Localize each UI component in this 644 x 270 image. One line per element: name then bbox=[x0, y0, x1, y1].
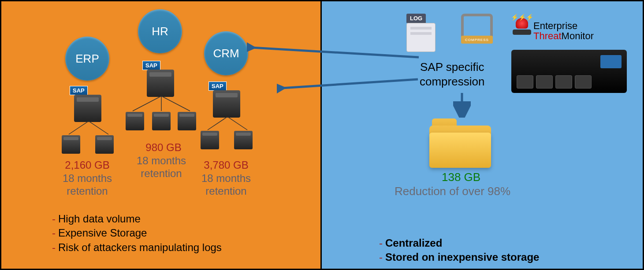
compression-text: SAP specificcompression bbox=[420, 60, 484, 89]
compress-clamp-icon: COMPRESS bbox=[458, 14, 496, 56]
result-size: 138 GB bbox=[442, 170, 480, 184]
server-small-icon bbox=[152, 112, 171, 130]
sap-badge-crm: SAP bbox=[208, 81, 227, 91]
sap-badge-hr: SAP bbox=[142, 61, 160, 70]
diagram-root: ERP SAP 2,160 GB 18 monthsretention HR S… bbox=[0, 0, 644, 270]
circle-erp-label: ERP bbox=[75, 52, 99, 66]
log-file-icon: LOG bbox=[406, 14, 438, 52]
panel-right: LOG COMPRESS ⚡⚡⚡ Enterprise ThreatMonito… bbox=[322, 0, 644, 270]
compress-label: COMPRESS bbox=[461, 36, 493, 44]
server-small-icon bbox=[62, 135, 80, 154]
size-hr: 980 GB bbox=[133, 141, 194, 154]
server-stack-erp bbox=[74, 95, 101, 122]
left-bullet-2: -Expensive Storage bbox=[52, 226, 222, 240]
brand-threat: Threat bbox=[533, 30, 562, 41]
server-small-icon bbox=[178, 112, 196, 130]
log-badge: LOG bbox=[406, 14, 426, 23]
server-stack-hr bbox=[147, 70, 174, 97]
down-arrow-icon bbox=[453, 93, 471, 118]
sap-badge-hr-text: SAP bbox=[145, 62, 157, 69]
folder-icon bbox=[429, 118, 491, 168]
svg-line-1 bbox=[89, 121, 108, 134]
brand-logo: Enterprise ThreatMonitor bbox=[533, 21, 594, 41]
left-bullet-3: -Risk of attackers manipulating logs bbox=[52, 240, 222, 255]
server-icon bbox=[74, 95, 101, 122]
retention-crm: 18 monthsretention bbox=[195, 172, 257, 198]
svg-line-4 bbox=[161, 96, 190, 111]
server-icon bbox=[147, 70, 174, 97]
svg-line-0 bbox=[69, 121, 89, 134]
right-bullet-1: -Centralized bbox=[379, 236, 539, 250]
server-small-icon bbox=[95, 135, 114, 154]
server-stack-crm bbox=[213, 90, 240, 118]
size-erp: 2,160 GB bbox=[56, 159, 118, 171]
svg-line-2 bbox=[133, 96, 161, 111]
result-text: Reduction of over 98% bbox=[395, 185, 510, 198]
red-alarm-light-icon: ⚡⚡⚡ bbox=[511, 15, 532, 40]
panel-left: ERP SAP 2,160 GB 18 monthsretention HR S… bbox=[0, 0, 322, 270]
right-bullets: -Centralized -Stored on inexpensive stor… bbox=[379, 236, 539, 265]
server-rack-icon bbox=[511, 50, 627, 93]
left-bullets: -High data volume -Expensive Storage -Ri… bbox=[52, 212, 222, 255]
svg-line-6 bbox=[227, 117, 247, 130]
sap-badge-crm-text: SAP bbox=[212, 83, 223, 89]
right-bullet-2: -Stored on inexpensive storage bbox=[379, 250, 539, 264]
circle-hr-label: HR bbox=[152, 25, 168, 38]
server-small-icon bbox=[126, 112, 144, 130]
server-icon bbox=[213, 90, 240, 118]
brand-line1: Enterprise bbox=[533, 20, 577, 31]
circle-hr: HR bbox=[138, 9, 182, 53]
circle-erp: ERP bbox=[65, 37, 109, 81]
circle-crm-label: CRM bbox=[213, 47, 239, 60]
server-small-icon bbox=[234, 131, 253, 149]
left-bullet-1: -High data volume bbox=[52, 212, 222, 226]
retention-erp: 18 monthsretention bbox=[56, 172, 118, 198]
server-small-icon bbox=[201, 131, 219, 149]
sap-badge-erp-text: SAP bbox=[73, 87, 85, 94]
svg-line-5 bbox=[208, 117, 227, 130]
brand-monitor: Monitor bbox=[562, 30, 594, 41]
size-crm: 3,780 GB bbox=[195, 159, 257, 171]
circle-crm: CRM bbox=[204, 31, 248, 75]
log-page-icon bbox=[406, 23, 436, 52]
sap-badge-erp: SAP bbox=[70, 86, 88, 95]
retention-hr: 18 monthsretention bbox=[128, 155, 194, 180]
